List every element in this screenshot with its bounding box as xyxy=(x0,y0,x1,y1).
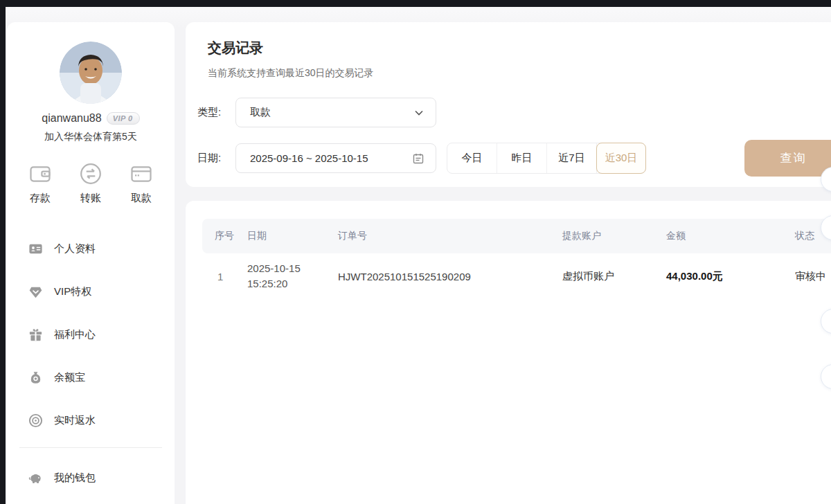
transfer-action[interactable]: 转账 xyxy=(78,161,103,205)
row-date-time: 15:25:20 xyxy=(247,278,287,289)
row-account: 虚拟币账户 xyxy=(562,270,666,283)
sidebar-item-vip[interactable]: VIP特权 xyxy=(7,270,175,313)
type-select[interactable]: 取款 xyxy=(235,98,436,127)
range-7days-button[interactable]: 近7日 xyxy=(547,143,597,173)
sidebar-item-wallet[interactable]: 我的钱包 xyxy=(7,456,175,499)
type-select-value: 取款 xyxy=(250,106,271,119)
deposit-label: 存款 xyxy=(30,192,51,205)
avatar[interactable] xyxy=(60,42,122,104)
sidebar-divider xyxy=(19,447,162,448)
vip-badge: VIP 0 xyxy=(107,112,140,125)
piggy-bank-icon xyxy=(28,470,44,486)
date-label: 日期: xyxy=(197,152,235,165)
col-header-account: 提款账户 xyxy=(562,230,666,242)
sidebar-item-label: 余额宝 xyxy=(54,371,85,384)
table-header-row: 序号 日期 订单号 提款账户 金额 状态 xyxy=(202,219,831,253)
row-date-day: 2025-10-15 xyxy=(247,262,301,274)
row-date: 2025-10-15 15:25:20 xyxy=(247,261,338,291)
withdraw-action[interactable]: 取款 xyxy=(129,161,154,205)
page-left-edge xyxy=(0,0,6,504)
sidebar-item-label: 福利中心 xyxy=(54,328,96,341)
sidebar-menu-secondary: 我的钱包 xyxy=(7,456,175,499)
username: qianwanu88 xyxy=(42,112,101,125)
sidebar-item-label: 个人资料 xyxy=(54,242,96,255)
sidebar-item-rebate[interactable]: 实时返水 xyxy=(7,399,175,442)
deposit-action[interactable]: 存款 xyxy=(28,161,53,205)
chevron-down-icon xyxy=(413,107,425,118)
row-status: 审核中 xyxy=(795,270,831,283)
page-subtitle: 当前系统支持查询最近30日的交易记录 xyxy=(208,67,831,80)
transfer-label: 转账 xyxy=(80,192,101,205)
id-card-icon xyxy=(28,241,44,257)
bank-card-icon xyxy=(129,161,154,186)
type-label: 类型: xyxy=(197,106,235,119)
sidebar-item-yuebao[interactable]: 余额宝 xyxy=(7,356,175,399)
row-order-no: HJWT202510151525190209 xyxy=(338,271,562,282)
range-30days-button[interactable]: 近30日 xyxy=(596,143,646,174)
row-amount: 44,030.00元 xyxy=(666,270,795,283)
gift-icon xyxy=(28,327,44,343)
filter-card: 交易记录 当前系统支持查询最近30日的交易记录 类型: 取款 日期: 2025-… xyxy=(186,22,831,187)
date-range-input[interactable]: 2025-09-16 ~ 2025-10-15 xyxy=(235,143,436,173)
transfer-icon xyxy=(78,161,103,186)
sidebar-item-welfare[interactable]: 福利中心 xyxy=(7,313,175,356)
sidebar-item-label: VIP特权 xyxy=(54,285,91,298)
calendar-icon xyxy=(412,152,425,165)
table-row: 1 2025-10-15 15:25:20 HJWT20251015152519… xyxy=(202,253,831,299)
sidebar-menu: 个人资料 VIP特权 福利中心 xyxy=(7,227,175,442)
row-index: 1 xyxy=(215,271,247,282)
col-header-index: 序号 xyxy=(215,230,247,242)
join-days-text: 加入华体会体育第5天 xyxy=(7,131,175,143)
col-header-date: 日期 xyxy=(247,230,338,242)
query-button[interactable]: 查询 xyxy=(744,140,831,177)
range-today-button[interactable]: 今日 xyxy=(447,143,497,173)
date-range-presets: 今日 昨日 近7日 近30日 xyxy=(447,143,646,174)
sidebar-item-profile[interactable]: 个人资料 xyxy=(7,227,175,270)
wallet-icon xyxy=(28,161,53,186)
range-yesterday-button[interactable]: 昨日 xyxy=(497,143,547,173)
page-top-edge xyxy=(0,0,831,7)
col-header-order: 订单号 xyxy=(338,230,562,242)
col-header-amount: 金额 xyxy=(666,230,795,242)
quick-actions: 存款 转账 取款 xyxy=(7,161,175,205)
withdraw-label: 取款 xyxy=(131,192,152,205)
sidebar-item-label: 实时返水 xyxy=(54,414,96,427)
rebate-coin-icon xyxy=(28,413,44,429)
sidebar-item-label: 我的钱包 xyxy=(54,471,96,485)
records-table-card: 序号 日期 订单号 提款账户 金额 状态 1 2025-10-15 15:25:… xyxy=(186,201,831,504)
date-range-value: 2025-09-16 ~ 2025-10-15 xyxy=(250,152,368,164)
page-title: 交易记录 xyxy=(208,39,831,57)
user-sidebar: qianwanu88 VIP 0 加入华体会体育第5天 存款 xyxy=(7,22,175,504)
money-pouch-icon xyxy=(28,370,44,386)
vip-gem-icon xyxy=(28,284,44,300)
